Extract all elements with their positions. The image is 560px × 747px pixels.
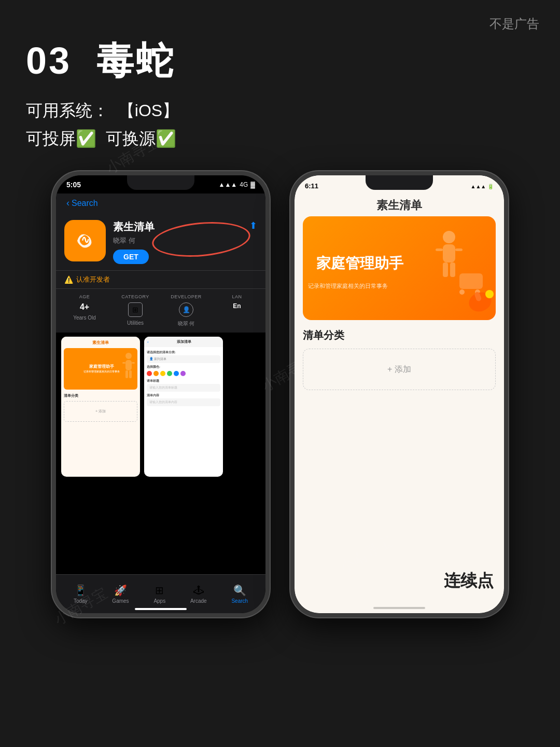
right-add-box[interactable]: + 添加: [303, 349, 496, 390]
svg-rect-5: [125, 370, 128, 378]
right-screen: 6:11 ▲▲▲ 🔋 素生清单 家庭管理助手 记录和管理家庭相关的日常事务: [295, 175, 504, 613]
screenshot-2: ‹ 添加清单 请选择您的清单分类: 👤 家列清单 选择颜色:: [144, 337, 223, 477]
tab-arcade-label: Arcade: [190, 598, 207, 604]
right-app-title: 素生清单: [295, 193, 504, 216]
tab-today-label: Today: [74, 598, 88, 604]
apps-icon: ⊞: [155, 584, 164, 597]
app-icon-svg: ∿: [69, 225, 101, 256]
info-cell-age: AGE 4+ Years Old: [61, 294, 108, 327]
screenshot-1: 素生清单 家庭管理助手 记录和管理家庭相关的日常事务: [61, 337, 140, 477]
home-indicator-right: [373, 607, 425, 609]
svg-point-14: [459, 289, 465, 295]
left-status-icons: ▲▲▲ 4G ▓: [219, 181, 255, 188]
tab-arcade[interactable]: 🕹 Arcade: [190, 585, 207, 604]
svg-rect-11: [443, 262, 448, 277]
right-phone-frame: 6:11 ▲▲▲ 🔋 素生清单 家庭管理助手 记录和管理家庭相关的日常事务: [290, 171, 508, 617]
not-ad-label: 不是广告: [489, 16, 539, 32]
header-section: 03 毒蛇 可用系统： 【iOS】 可投屏✅ 可换源✅: [26, 36, 179, 153]
svg-rect-3: [122, 362, 125, 364]
app-info-section: ∿ 素生清单 晓翠 何 GET ⬆: [56, 214, 265, 270]
svg-rect-6: [129, 370, 132, 378]
warning-banner: ⚠️ 认准开发者: [56, 270, 265, 288]
svg-point-1: [125, 353, 132, 359]
chevron-left-icon: ‹: [66, 198, 69, 209]
right-status-icons: ▲▲▲ 🔋: [471, 181, 494, 190]
screenshots-section: 素生清单 家庭管理助手 记录和管理家庭相关的日常事务: [56, 333, 265, 481]
tab-today[interactable]: 📱 Today: [74, 584, 88, 604]
svg-rect-13: [459, 273, 483, 289]
banner-figure-svg: [413, 222, 496, 320]
tab-games-label: Games: [112, 598, 129, 604]
svg-point-7: [443, 231, 455, 243]
today-icon: 📱: [74, 584, 87, 597]
info-grid: AGE 4+ Years Old CATEGORY ⊞ Utilities DE…: [56, 288, 265, 333]
svg-rect-2: [125, 360, 132, 370]
warning-text: 认准开发者: [76, 275, 110, 284]
tab-apps[interactable]: ⊞ Apps: [153, 584, 165, 604]
left-notch: [127, 175, 194, 190]
info-cell-developer: DEVELOPER 👤 晓翠 何: [163, 294, 209, 327]
app-number-title: 03 毒蛇: [26, 36, 179, 86]
right-notch: [366, 175, 433, 190]
warning-icon: ⚠️: [64, 275, 73, 284]
home-indicator-left: [135, 608, 187, 610]
right-status-time: 6:11: [305, 182, 318, 190]
get-button[interactable]: GET: [113, 250, 149, 264]
right-category-section: 清单分类 + 添加: [295, 320, 504, 394]
games-icon: 🚀: [114, 584, 127, 597]
app-author: 晓翠 何: [113, 236, 257, 245]
system-info: 可用系统： 【iOS】 可投屏✅ 可换源✅: [26, 96, 179, 153]
right-banner: 家庭管理助手 记录和管理家庭相关的日常事务: [303, 216, 496, 320]
info-cell-category: CATEGORY ⊞ Utilities: [112, 294, 159, 327]
developer-avatar: 👤: [179, 302, 193, 317]
svg-rect-8: [443, 244, 455, 262]
right-category-title: 清单分类: [303, 328, 496, 342]
svg-rect-12: [450, 262, 455, 277]
left-status-time: 5:05: [66, 181, 81, 189]
phones-container: 5:05 ▲▲▲ 4G ▓ ‹ Search: [16, 171, 544, 617]
app-name-block: 素生清单 晓翠 何 GET: [113, 220, 257, 264]
arcade-icon: 🕹: [193, 585, 204, 597]
category-icon: ⊞: [128, 302, 143, 317]
share-icon[interactable]: ⬆: [249, 220, 257, 231]
app-icon: ∿: [64, 220, 106, 261]
tab-games[interactable]: 🚀 Games: [112, 584, 129, 604]
tab-apps-label: Apps: [153, 598, 165, 604]
svg-rect-9: [436, 248, 443, 251]
left-screen: 5:05 ▲▲▲ 4G ▓ ‹ Search: [56, 175, 265, 613]
svg-point-18: [485, 290, 494, 298]
tab-bar: 📱 Today 🚀 Games ⊞ Apps 🕹 Arcade 🔍: [56, 574, 265, 613]
svg-rect-10: [455, 248, 463, 251]
svg-rect-4: [132, 362, 135, 364]
search-icon: 🔍: [233, 584, 246, 597]
tab-search-label: Search: [231, 598, 248, 604]
svg-text:∿: ∿: [81, 234, 90, 245]
tab-search[interactable]: 🔍 Search: [231, 584, 248, 604]
continue-label: 连续点: [444, 570, 494, 592]
info-cell-lang: LAN En: [214, 294, 260, 327]
app-name: 素生清单: [113, 220, 257, 234]
appstore-nav-bar: ‹ Search: [56, 193, 265, 214]
back-button[interactable]: ‹ Search: [66, 198, 98, 209]
left-phone-frame: 5:05 ▲▲▲ 4G ▓ ‹ Search: [52, 171, 270, 617]
